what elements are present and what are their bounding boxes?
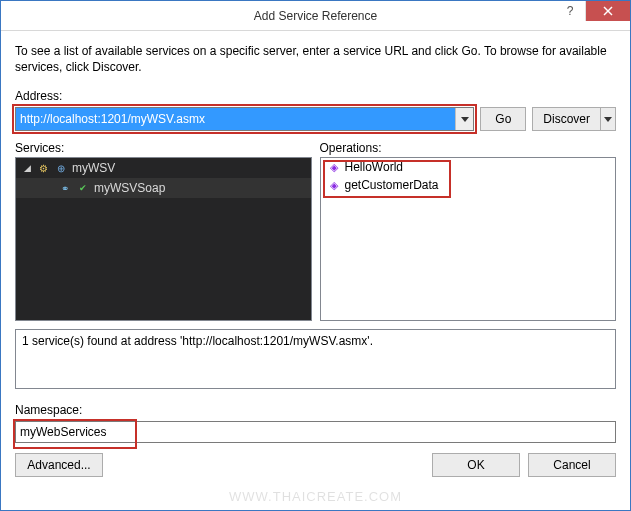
help-button[interactable]: ? bbox=[555, 1, 585, 21]
namespace-section: Namespace: bbox=[15, 403, 616, 443]
globe-icon: ⊕ bbox=[54, 161, 68, 175]
intro-text: To see a list of available services on a… bbox=[15, 43, 616, 75]
tree-node-child[interactable]: ⚭ ✔ myWSVSoap bbox=[16, 178, 311, 198]
address-label: Address: bbox=[15, 89, 616, 103]
dialog-content: To see a list of available services on a… bbox=[1, 31, 630, 487]
gear-icon: ⚙ bbox=[36, 161, 50, 175]
ok-button[interactable]: OK bbox=[432, 453, 520, 477]
titlebar-controls: ? bbox=[555, 1, 630, 21]
namespace-label: Namespace: bbox=[15, 403, 616, 417]
chevron-down-icon bbox=[604, 117, 612, 122]
operations-pane: Operations: ◈ HelloWorld ◈ getCustomerDa… bbox=[320, 141, 617, 321]
address-combo[interactable] bbox=[15, 107, 474, 131]
operations-list[interactable]: ◈ HelloWorld ◈ getCustomerData bbox=[320, 157, 617, 321]
namespace-input-wrap bbox=[15, 421, 616, 443]
method-icon: ◈ bbox=[327, 178, 341, 192]
advanced-button[interactable]: Advanced... bbox=[15, 453, 103, 477]
footer: Advanced... OK Cancel bbox=[15, 453, 616, 477]
titlebar: Add Service Reference ? bbox=[1, 1, 630, 31]
close-icon bbox=[603, 6, 613, 16]
close-button[interactable] bbox=[585, 1, 630, 21]
watermark: WWW.THAICREATE.COM bbox=[1, 489, 630, 504]
services-label: Services: bbox=[15, 141, 312, 155]
discover-dropdown-button[interactable] bbox=[600, 107, 616, 131]
address-row: Go Discover bbox=[15, 107, 616, 131]
discover-split-button: Discover bbox=[532, 107, 616, 131]
operation-item[interactable]: ◈ HelloWorld bbox=[321, 158, 616, 176]
expander-icon[interactable]: ◢ bbox=[22, 163, 32, 173]
services-pane: Services: ◢ ⚙ ⊕ myWSV ⚭ ✔ myWSVSoap bbox=[15, 141, 312, 321]
operation-label: HelloWorld bbox=[345, 160, 403, 174]
tree-node-root[interactable]: ◢ ⚙ ⊕ myWSV bbox=[16, 158, 311, 178]
footer-right: OK Cancel bbox=[432, 453, 616, 477]
operation-item[interactable]: ◈ getCustomerData bbox=[321, 176, 616, 194]
link-icon: ⚭ bbox=[58, 181, 72, 195]
window-title: Add Service Reference bbox=[254, 9, 377, 23]
namespace-input[interactable] bbox=[15, 421, 616, 443]
address-dropdown-button[interactable] bbox=[455, 108, 473, 130]
check-icon: ✔ bbox=[76, 181, 90, 195]
services-tree[interactable]: ◢ ⚙ ⊕ myWSV ⚭ ✔ myWSVSoap bbox=[15, 157, 312, 321]
tree-node-label: myWSV bbox=[72, 161, 115, 175]
go-button[interactable]: Go bbox=[480, 107, 526, 131]
chevron-down-icon bbox=[461, 117, 469, 122]
method-icon: ◈ bbox=[327, 160, 341, 174]
panes: Services: ◢ ⚙ ⊕ myWSV ⚭ ✔ myWSVSoap bbox=[15, 141, 616, 321]
status-text: 1 service(s) found at address 'http://lo… bbox=[15, 329, 616, 389]
discover-button[interactable]: Discover bbox=[532, 107, 600, 131]
operations-label: Operations: bbox=[320, 141, 617, 155]
dialog-window: Add Service Reference ? To see a list of… bbox=[0, 0, 631, 511]
address-input[interactable] bbox=[16, 108, 455, 130]
operation-label: getCustomerData bbox=[345, 178, 439, 192]
cancel-button[interactable]: Cancel bbox=[528, 453, 616, 477]
tree-node-label: myWSVSoap bbox=[94, 181, 165, 195]
